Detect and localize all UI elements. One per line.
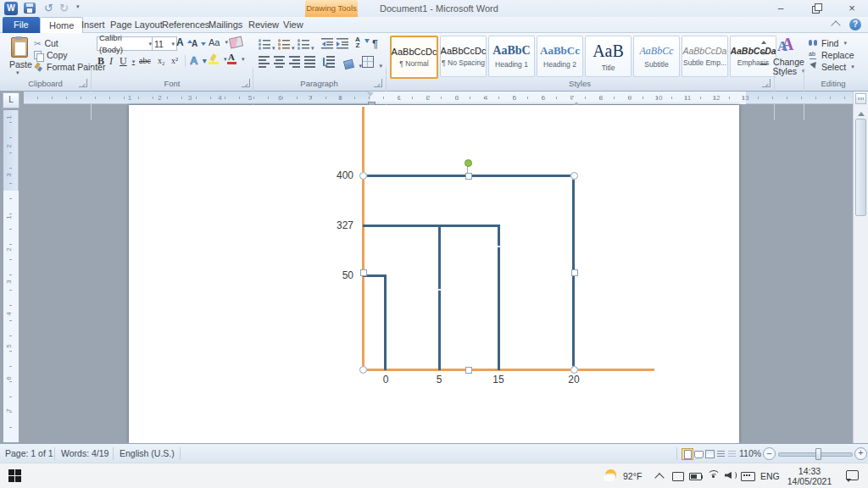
styles-scroll-up-icon[interactable] xyxy=(761,38,766,44)
styles-dialog-launcher[interactable] xyxy=(762,79,771,87)
subscript-button[interactable]: x₂ xyxy=(158,56,165,65)
touch-keyboard-icon[interactable] xyxy=(741,472,755,481)
action-center-icon[interactable] xyxy=(846,470,859,480)
justify-button[interactable] xyxy=(304,56,316,67)
style-subtitle[interactable]: AaBbCc Subtitle xyxy=(633,36,680,77)
highlight-button[interactable] xyxy=(209,54,227,64)
clock[interactable]: 14:33 14/05/2021 xyxy=(780,466,839,486)
selection-handle[interactable] xyxy=(465,367,472,374)
selection-handle[interactable] xyxy=(570,172,578,180)
minimize-button[interactable]: – xyxy=(770,3,792,15)
bullets-button[interactable] xyxy=(259,38,275,53)
style-emphasis[interactable]: AaBbCcDa Emphasis xyxy=(730,36,776,77)
align-left-button[interactable] xyxy=(259,56,270,67)
text-effects-button[interactable]: A xyxy=(190,54,206,67)
rotate-handle[interactable] xyxy=(465,159,472,167)
tab-file[interactable]: File xyxy=(3,17,40,33)
chart-y-axis-line[interactable] xyxy=(362,107,364,370)
draft-view-button[interactable] xyxy=(726,448,737,460)
selection-handle[interactable] xyxy=(571,269,578,276)
tray-chevron-up-icon[interactable] xyxy=(654,473,664,482)
tray-monitor-icon[interactable] xyxy=(672,472,684,481)
show-hide-pilcrow-button[interactable]: ¶ xyxy=(372,37,378,50)
word-count[interactable]: Words: 4/19 xyxy=(61,448,108,458)
scroll-up-icon[interactable] xyxy=(858,108,865,116)
volume-icon[interactable] xyxy=(725,470,737,480)
word-app-icon[interactable]: W xyxy=(4,2,18,15)
restore-button[interactable] xyxy=(804,3,826,15)
align-right-button[interactable] xyxy=(289,56,301,67)
copy-button[interactable]: Copy xyxy=(34,50,68,60)
paragraph-dialog-launcher[interactable] xyxy=(374,79,382,87)
clear-formatting-icon[interactable] xyxy=(229,36,243,49)
document-page[interactable] xyxy=(129,105,739,443)
chart-line-x0[interactable] xyxy=(384,274,387,370)
v-ruler[interactable]: 1231234567 xyxy=(3,110,19,442)
ruler-toggle-button[interactable] xyxy=(855,93,866,104)
cut-button[interactable]: ✂ Cut xyxy=(34,38,58,48)
chart-line-y327[interactable] xyxy=(363,225,500,227)
decrease-indent-button[interactable] xyxy=(321,38,333,49)
zoom-in-button[interactable]: + xyxy=(854,447,867,460)
line-mid-handle[interactable] xyxy=(437,289,442,291)
styles-scroll-down-icon[interactable] xyxy=(761,52,766,58)
outline-view-button[interactable] xyxy=(715,448,726,460)
replace-button[interactable]: ab Replace xyxy=(809,50,854,60)
style-heading1[interactable]: AaBbC Heading 1 xyxy=(488,36,535,77)
borders-button[interactable] xyxy=(362,56,382,71)
zoom-slider-thumb[interactable] xyxy=(815,448,821,460)
clipboard-dialog-launcher[interactable] xyxy=(79,79,87,87)
font-color-button[interactable]: A xyxy=(227,54,245,64)
styles-more-icon[interactable] xyxy=(760,64,767,65)
shading-button[interactable] xyxy=(343,56,362,71)
style-normal[interactable]: AaBbCcDc ¶ Normal xyxy=(390,36,438,79)
redo-icon[interactable]: ↻ xyxy=(59,2,69,15)
scrollbar-thumb[interactable] xyxy=(855,119,866,216)
line-mid-handle[interactable] xyxy=(496,246,502,247)
selection-handle[interactable] xyxy=(359,172,367,180)
line-spacing-button[interactable] xyxy=(323,56,335,67)
selection-handle[interactable] xyxy=(360,269,367,276)
zoom-out-button[interactable]: – xyxy=(763,447,776,460)
increase-indent-button[interactable] xyxy=(337,38,348,49)
save-icon[interactable] xyxy=(24,3,36,14)
numbering-button[interactable] xyxy=(278,38,295,53)
font-size-select[interactable]: 11 xyxy=(152,36,177,51)
style-no-spacing[interactable]: AaBbCcDc ¶ No Spacing xyxy=(440,36,487,77)
weather-icon[interactable] xyxy=(604,469,619,484)
temperature-label[interactable]: 92°F xyxy=(623,471,642,481)
web-layout-view-button[interactable] xyxy=(704,448,715,460)
multilevel-list-button[interactable] xyxy=(298,38,314,53)
strikethrough-button[interactable]: abc xyxy=(139,56,151,65)
wifi-icon[interactable] xyxy=(707,470,719,480)
font-family-select[interactable]: Calibri (Body) xyxy=(97,36,154,51)
fullscreen-reading-view-button[interactable] xyxy=(693,448,704,460)
close-button[interactable]: × xyxy=(841,3,863,14)
print-layout-view-button[interactable] xyxy=(682,448,693,460)
qat-dropdown-icon[interactable]: ▾ xyxy=(76,3,80,10)
h-ruler[interactable]: 8765432112345678910111213 xyxy=(24,92,853,104)
chart-x-axis-line[interactable] xyxy=(362,369,654,371)
language-indicator[interactable]: ENG xyxy=(760,471,780,481)
select-button[interactable]: Select xyxy=(809,62,854,72)
font-dialog-launcher[interactable] xyxy=(242,79,250,87)
style-heading2[interactable]: AaBbCc Heading 2 xyxy=(537,36,583,77)
language-status[interactable]: English (U.S.) xyxy=(120,448,175,458)
undo-icon[interactable]: ↺ xyxy=(44,2,53,15)
align-center-button[interactable] xyxy=(274,56,286,67)
superscript-button[interactable]: x² xyxy=(171,56,178,65)
find-button[interactable]: Find xyxy=(809,38,847,48)
battery-icon[interactable] xyxy=(689,473,702,480)
change-case-button[interactable]: Aa xyxy=(209,37,228,47)
tab-selector-button[interactable]: L xyxy=(3,92,19,108)
style-subtle-emphasis[interactable]: AaBbCcDa Subtle Emp... xyxy=(682,36,728,77)
selection-handle[interactable] xyxy=(465,173,472,180)
shrink-font-button[interactable]: A xyxy=(192,38,206,48)
selection-handle[interactable] xyxy=(570,366,578,374)
italic-button[interactable]: I xyxy=(109,55,113,68)
underline-button[interactable]: U xyxy=(120,55,135,68)
bold-button[interactable]: B xyxy=(97,55,104,68)
chart-line-x5[interactable] xyxy=(438,225,441,370)
selection-handle[interactable] xyxy=(359,366,367,374)
start-button[interactable] xyxy=(8,469,21,482)
